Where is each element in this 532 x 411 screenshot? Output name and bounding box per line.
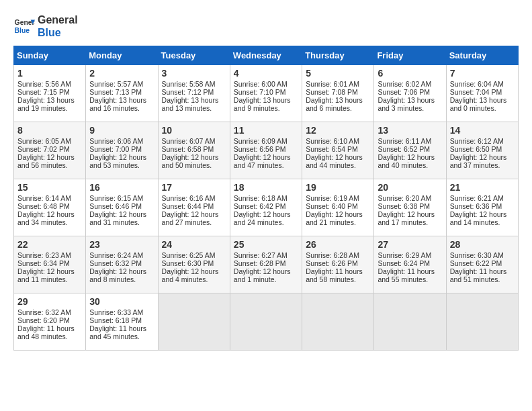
day-number: 19 (306, 182, 370, 193)
day-info: Daylight: 12 hours and 21 minutes. (306, 210, 370, 226)
day-number: 13 (378, 125, 442, 136)
week-row-4: 22Sunrise: 6:23 AMSunset: 6:34 PMDayligh… (14, 236, 519, 293)
col-header-monday: Monday (86, 46, 158, 65)
day-info: Sunset: 6:20 PM (17, 316, 82, 324)
day-info: Sunset: 6:26 PM (306, 259, 370, 267)
day-cell: 12Sunrise: 6:10 AMSunset: 6:54 PMDayligh… (302, 122, 374, 179)
day-info: Sunrise: 6:07 AM (162, 137, 226, 145)
day-info: Sunset: 7:06 PM (378, 88, 442, 96)
day-info: Sunset: 6:54 PM (306, 145, 370, 153)
day-number: 20 (378, 182, 442, 193)
day-number: 4 (234, 68, 298, 79)
day-info: Daylight: 11 hours and 55 minutes. (378, 267, 442, 283)
day-info: Sunset: 7:15 PM (17, 88, 82, 96)
day-number: 8 (17, 125, 82, 136)
day-info: Sunset: 6:32 PM (89, 259, 154, 267)
day-info: Sunrise: 6:29 AM (378, 251, 442, 259)
logo: General Blue General Blue (13, 13, 78, 39)
day-info: Sunrise: 6:19 AM (306, 194, 370, 202)
day-number: 10 (162, 125, 226, 136)
day-info: Sunset: 7:12 PM (162, 88, 226, 96)
day-info: Sunset: 6:44 PM (162, 202, 226, 210)
day-cell: 8Sunrise: 6:05 AMSunset: 7:02 PMDaylight… (14, 122, 86, 179)
day-info: Daylight: 12 hours and 4 minutes. (162, 267, 226, 283)
day-info: Daylight: 12 hours and 31 minutes. (89, 210, 154, 226)
week-row-2: 8Sunrise: 6:05 AMSunset: 7:02 PMDaylight… (14, 122, 519, 179)
day-info: Daylight: 12 hours and 56 minutes. (17, 153, 82, 169)
day-number: 23 (89, 239, 154, 250)
day-info: Daylight: 12 hours and 47 minutes. (234, 153, 298, 169)
day-cell: 28Sunrise: 6:30 AMSunset: 6:22 PMDayligh… (446, 236, 518, 293)
day-info: Daylight: 12 hours and 8 minutes. (89, 267, 154, 283)
day-number: 17 (162, 182, 226, 193)
logo-blue: Blue (38, 26, 78, 39)
day-info: Sunset: 6:18 PM (89, 316, 154, 324)
day-info: Sunrise: 6:04 AM (450, 80, 515, 88)
day-cell (230, 293, 302, 351)
day-info: Daylight: 13 hours and 19 minutes. (17, 96, 82, 112)
day-info: Sunrise: 6:33 AM (89, 308, 154, 316)
day-info: Daylight: 11 hours and 58 minutes. (306, 267, 370, 283)
day-info: Sunset: 7:04 PM (450, 88, 515, 96)
day-info: Sunrise: 6:00 AM (234, 80, 298, 88)
day-info: Sunrise: 6:20 AM (378, 194, 442, 202)
day-info: Daylight: 12 hours and 27 minutes. (162, 210, 226, 226)
day-info: Daylight: 11 hours and 51 minutes. (450, 267, 515, 283)
day-info: Daylight: 12 hours and 44 minutes. (306, 153, 370, 169)
day-cell: 4Sunrise: 6:00 AMSunset: 7:10 PMDaylight… (230, 65, 302, 122)
day-info: Daylight: 12 hours and 14 minutes. (450, 210, 515, 226)
day-info: Sunrise: 6:05 AM (17, 137, 82, 145)
day-info: Sunrise: 5:57 AM (89, 80, 154, 88)
header-row: SundayMondayTuesdayWednesdayThursdayFrid… (14, 46, 519, 65)
day-info: Sunrise: 6:09 AM (234, 137, 298, 145)
day-cell: 19Sunrise: 6:19 AMSunset: 6:40 PMDayligh… (302, 179, 374, 236)
day-info: Sunrise: 6:27 AM (234, 251, 298, 259)
day-info: Daylight: 11 hours and 45 minutes. (89, 324, 154, 340)
col-header-thursday: Thursday (302, 46, 374, 65)
day-info: Sunset: 7:02 PM (17, 145, 82, 153)
day-info: Daylight: 13 hours and 13 minutes. (162, 96, 226, 112)
day-info: Daylight: 13 hours and 9 minutes. (234, 96, 298, 112)
day-number: 21 (450, 182, 515, 193)
day-info: Sunrise: 6:30 AM (450, 251, 515, 259)
day-info: Daylight: 12 hours and 1 minute. (234, 267, 298, 283)
day-number: 28 (450, 239, 515, 250)
day-info: Daylight: 12 hours and 53 minutes. (89, 153, 154, 169)
day-info: Sunset: 6:48 PM (17, 202, 82, 210)
logo-icon: General Blue (13, 15, 35, 37)
day-cell: 11Sunrise: 6:09 AMSunset: 6:56 PMDayligh… (230, 122, 302, 179)
day-info: Daylight: 12 hours and 37 minutes. (450, 153, 515, 169)
day-cell: 30Sunrise: 6:33 AMSunset: 6:18 PMDayligh… (86, 293, 158, 351)
day-info: Sunset: 7:13 PM (89, 88, 154, 96)
day-info: Sunrise: 5:56 AM (17, 80, 82, 88)
day-info: Sunrise: 6:11 AM (378, 137, 442, 145)
week-row-5: 29Sunrise: 6:32 AMSunset: 6:20 PMDayligh… (14, 293, 519, 351)
day-cell: 3Sunrise: 5:58 AMSunset: 7:12 PMDaylight… (158, 65, 230, 122)
day-info: Sunset: 6:52 PM (378, 145, 442, 153)
day-number: 27 (378, 239, 442, 250)
day-info: Sunset: 6:42 PM (234, 202, 298, 210)
day-info: Sunset: 6:22 PM (450, 259, 515, 267)
day-cell: 16Sunrise: 6:15 AMSunset: 6:46 PMDayligh… (86, 179, 158, 236)
day-cell: 27Sunrise: 6:29 AMSunset: 6:24 PMDayligh… (374, 236, 446, 293)
day-info: Sunrise: 6:25 AM (162, 251, 226, 259)
col-header-tuesday: Tuesday (158, 46, 230, 65)
day-number: 18 (234, 182, 298, 193)
day-info: Sunset: 6:46 PM (89, 202, 154, 210)
svg-text:Blue: Blue (15, 27, 30, 34)
day-number: 12 (306, 125, 370, 136)
day-cell: 21Sunrise: 6:21 AMSunset: 6:36 PMDayligh… (446, 179, 518, 236)
day-cell: 23Sunrise: 6:24 AMSunset: 6:32 PMDayligh… (86, 236, 158, 293)
day-info: Daylight: 12 hours and 17 minutes. (378, 210, 442, 226)
day-info: Daylight: 11 hours and 48 minutes. (17, 324, 82, 340)
calendar-table: SundayMondayTuesdayWednesdayThursdayFrid… (13, 46, 519, 351)
day-cell: 1Sunrise: 5:56 AMSunset: 7:15 PMDaylight… (14, 65, 86, 122)
col-header-wednesday: Wednesday (230, 46, 302, 65)
day-info: Daylight: 12 hours and 34 minutes. (17, 210, 82, 226)
day-info: Daylight: 12 hours and 50 minutes. (162, 153, 226, 169)
day-info: Daylight: 13 hours and 0 minutes. (450, 96, 515, 112)
day-cell: 20Sunrise: 6:20 AMSunset: 6:38 PMDayligh… (374, 179, 446, 236)
day-cell: 22Sunrise: 6:23 AMSunset: 6:34 PMDayligh… (14, 236, 86, 293)
day-number: 7 (450, 68, 515, 79)
day-info: Sunrise: 6:06 AM (89, 137, 154, 145)
